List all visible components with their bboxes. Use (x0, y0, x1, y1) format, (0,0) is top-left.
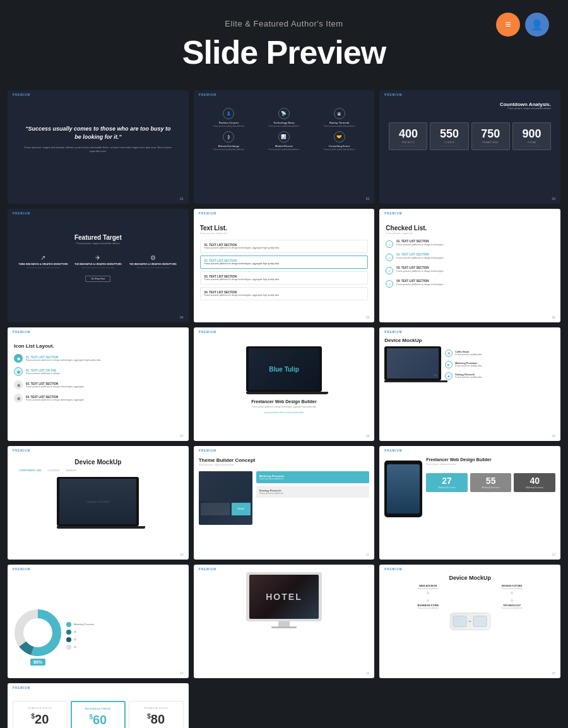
slide-10-num: 10 (180, 553, 184, 556)
slide-3-sub: Fusce posuere, magna sed pulvinar ultric… (386, 107, 554, 110)
slide-11[interactable]: PREMIUM Theme Builder Concept Fusce posu… (194, 446, 375, 560)
slide-9-num: 09 (552, 434, 555, 438)
slide-11-preview: PROMO (199, 471, 252, 525)
slide-2-icon-5: 📊 (278, 131, 290, 143)
slide-3-numbers: 400 PROJECTS fusce posuere quality data … (386, 122, 554, 150)
slide-13-num: 13 (180, 671, 184, 675)
slide-2-item-6: 🤝 Consulting Event Fusce posuere quality… (314, 131, 365, 151)
slide-2-item-2: 📡 Technology News Fusce posuere quality … (258, 108, 310, 127)
slide-13-legend: Marketing Promotion 35 23 10 (66, 619, 184, 650)
slide-11-num: 11 (366, 553, 370, 556)
slide-11-content: PROMO Marketing Promotion Fusce posuere … (199, 471, 370, 525)
slide-9-features: ☕ Coffee BreakFusce posuere quality data… (445, 346, 555, 382)
slide-13-label: PREMIUM (13, 568, 30, 571)
slide-5-item-4: 04. TEXT LIST SECTION Fusce posuere plat… (200, 287, 369, 300)
slide-9[interactable]: PREMIUM Device MockUp 📷 (379, 327, 560, 441)
slide-12-num: 12 (552, 553, 555, 556)
slide-5-item-3: 03. TEXT LIST SECTION Fusce posuere plat… (200, 271, 369, 285)
slide-10-links: CORPORATE LINE CONTENT BANNER (14, 469, 182, 472)
slide-12-content: Freelancer Web Design Builder Fusce posu… (426, 457, 555, 555)
slide-13-leg-4: 10 (66, 645, 184, 650)
slide-4-col-1: ↗ THINK INNOVATIVE & CREATIVE DISRUPTORS… (17, 254, 69, 269)
slide-6[interactable]: PREMIUM Checked List. Fusce posuere, mag… (379, 209, 560, 322)
svg-point-3 (25, 620, 50, 645)
slide-12-numbers: 27 Marketing Promotion 55 Marketing Prom… (426, 473, 555, 492)
slide-7-num: 07 (180, 434, 184, 438)
featured-badge: 👤 (525, 13, 549, 37)
slide-15-col-1: WEB ADVISOR Fusce posuere platforms (388, 584, 468, 596)
slide-5-sub: Fusce posuere, magna sed (200, 232, 369, 235)
slide-15-col-2: DESIGN FUTURE Fusce posuere platforms (471, 584, 552, 596)
slide-3-num: 03 (552, 197, 555, 201)
slide-7-list: ⬟ 01. TEXT LIST SECTION Fusce posuere pl… (14, 354, 182, 402)
slide-7[interactable]: PREMIUM Icon List Layout. ⬟ 01. TEXT LIS… (8, 327, 189, 441)
slide-15-title: Device MockUp (384, 575, 555, 581)
slide-12-num-1: 27 Marketing Promotion (426, 473, 468, 492)
slide-4-title: Featured Target (14, 234, 182, 241)
slide-5[interactable]: PREMIUM Text List. Fusce posuere, magna … (194, 209, 375, 322)
slide-2-grid: 👗 Fashion Concert Fusce posuere quality … (200, 108, 369, 151)
header-badges: ≡ 👤 (496, 13, 549, 37)
slide-9-feat-2: ▶ Marketing PromotionFusce posuere quali… (445, 361, 555, 368)
slide-15-glasses (449, 613, 490, 630)
slide-16-plan-3: PREMIUM PRICE $80 20GB Storage 100 Proje… (129, 701, 184, 728)
slide-7-item-1: ⬟ 01. TEXT LIST SECTION Fusce posuere pl… (14, 354, 182, 363)
slide-13[interactable]: PREMIUM 80% Mark (8, 565, 189, 678)
slide-2-item-1: 👗 Fashion Concert Fusce posuere quality … (203, 108, 255, 127)
slide-2-item-3: 🖥 Startup Terminal Fusce posuere quality… (314, 108, 365, 127)
header: ≡ 👤 Elite & Featured Author's Item Slide… (0, 0, 568, 84)
slide-6-item-2: ✓ 02. TEXT LIST SECTION Fusce posuere pl… (386, 253, 554, 261)
slide-3[interactable]: PREMIUM Countdown Analysis. Fusce posuer… (379, 90, 560, 204)
slide-13-leg-2: 35 (66, 630, 184, 635)
slide-16[interactable]: PREMIUM STARTER PRICE $20 1GB Storage 10… (8, 683, 189, 728)
slide-7-title: Icon List Layout. (14, 343, 182, 349)
header-title: Slide Preview (13, 33, 555, 71)
slide-12-num-3: 40 Marketing Promotion (514, 473, 555, 492)
slide-13-donut: 80% (13, 608, 63, 660)
slide-4-col-3: ⚙ THE INNOVATIVE & CREATIVE DISRUPTORS f… (127, 254, 179, 269)
slide-8[interactable]: PREMIUM Blue Tulip Freelancer Web Design… (194, 327, 375, 441)
slide-4-grid: ↗ THINK INNOVATIVE & CREATIVE DISRUPTORS… (14, 254, 182, 269)
slide-2-item-5: 📊 Market Review Fusce posuere quality da… (258, 131, 310, 151)
slide-14-imac: HOTEL (246, 572, 322, 628)
slide-9-feat-1: ☕ Coffee BreakFusce posuere quality data (445, 349, 555, 357)
slide-1[interactable]: PREMIUM "Success usually comes to those … (8, 90, 189, 204)
slide-2-icon-4: ₿ (223, 131, 234, 143)
slide-2[interactable]: PREMIUM 👗 Fashion Concert Fusce posuere … (194, 90, 375, 204)
slide-11-title: Theme Builder Concept (199, 457, 370, 463)
slide-7-item-3: ⬟ 03. TEXT LIST SECTION Fusce posuere pl… (14, 380, 182, 389)
slide-6-list: ✓ 01. TEXT LIST SECTION Fusce posuere pl… (386, 240, 554, 288)
slide-6-item-3: ✓ 03. TEXT LIST SECTION Fusce posuere pl… (386, 266, 554, 274)
elite-badge: ≡ (496, 13, 520, 37)
slide-6-item-4: ✓ 04. TEXT LIST SECTION Fusce posuere pl… (386, 279, 554, 288)
slide-5-item-1: 01. TEXT LIST SECTION Fusce posuere plat… (200, 240, 369, 253)
slide-6-item-1: ✓ 01. TEXT LIST SECTION Fusce posuere pl… (386, 240, 554, 248)
slide-5-title: Text List. (200, 225, 369, 232)
slide-5-item-2: 02. TEXT LIST SECTION Fusce posuere plat… (200, 255, 369, 269)
slide-1-sub: Fusce posuere, magna sed pulvinar ultric… (14, 146, 182, 153)
slide-4[interactable]: PREMIUM Featured Target Fusce posuere, m… (8, 209, 189, 322)
slide-15-col-4: TECHNOLOGY Fusce posuere platforms (471, 599, 552, 609)
slide-12[interactable]: PREMIUM Freelancer Web Design Builder Fu… (379, 446, 560, 560)
slide-10[interactable]: PREMIUM Device MockUp CORPORATE LINE CON… (8, 446, 189, 560)
slide-15-num: 15 (552, 671, 555, 675)
slide-14[interactable]: PREMIUM HOTEL 14 (194, 565, 375, 678)
slide-15-col-3: BUSINESS FORM Fusce posuere platforms (388, 599, 468, 609)
slide-10-title: Device MockUp (14, 459, 182, 466)
slide-11-feat-1: Marketing Promotion Fusce posuere platfo… (256, 471, 370, 483)
slide-12-tablet (384, 451, 422, 555)
slide-11-sub: Fusce posuere, magna sed pulvinar (199, 464, 370, 466)
slide-8-text: Freelancer Web Design Builder Fusce posu… (251, 399, 316, 414)
slide-15[interactable]: PREMIUM Device MockUp WEB ADVISOR Fusce … (379, 565, 560, 678)
slide-3-num-3: 750 PROMOTIONS fusce posuere quality dat… (471, 122, 510, 150)
slide-3-num-1: 400 PROJECTS fusce posuere quality data (389, 122, 427, 150)
slide-4-btn: Go Shop Now (85, 276, 110, 282)
slide-6-sub: Fusce posuere, magna sed (386, 232, 554, 235)
slide-2-icon-2: 📡 (278, 108, 290, 119)
slide-2-icon-6: 🤝 (334, 131, 345, 143)
slide-11-feat-2: Strategy Research Fusce posuere platform… (256, 486, 370, 498)
slide-14-num: 14 (366, 671, 370, 675)
slide-9-feat-3: ◆ Strategy ResearchFusce posuere quality… (445, 372, 555, 380)
slide-12-num-2: 55 Marketing Promotion (470, 473, 512, 492)
slide-grid: PREMIUM "Success usually comes to those … (0, 84, 568, 728)
